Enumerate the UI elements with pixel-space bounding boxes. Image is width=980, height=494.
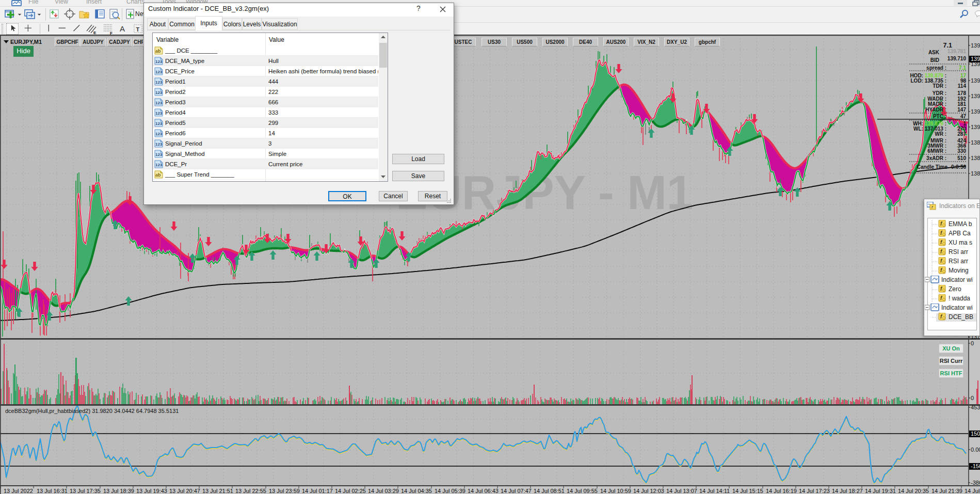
svg-text:14 Jul 12:03: 14 Jul 12:03 bbox=[633, 488, 664, 494]
svg-text:150: 150 bbox=[971, 431, 980, 437]
svg-text:14 Jul 08:51: 14 Jul 08:51 bbox=[534, 488, 565, 494]
svg-text:ab: ab bbox=[155, 49, 161, 54]
svg-text:123: 123 bbox=[155, 163, 163, 167]
svg-text:123: 123 bbox=[155, 80, 163, 85]
svg-text:123: 123 bbox=[155, 70, 163, 74]
svg-text:14 Jul 21:39: 14 Jul 21:39 bbox=[931, 488, 962, 494]
svg-text:E: E bbox=[93, 30, 97, 35]
svg-text:spread :: spread : bbox=[926, 65, 946, 71]
svg-text:ASK: ASK bbox=[928, 50, 940, 55]
svg-text:453.0: 453.0 bbox=[971, 404, 980, 410]
svg-text:MADR :: MADR : bbox=[928, 101, 946, 107]
svg-text:123: 123 bbox=[155, 142, 163, 147]
svg-text:13 Jul 18:39: 13 Jul 18:39 bbox=[103, 488, 134, 494]
svg-text:14 Jul 17:23: 14 Jul 17:23 bbox=[799, 488, 830, 494]
svg-text:WR :: WR : bbox=[935, 131, 946, 137]
svg-text:139.4: 139.4 bbox=[971, 93, 980, 99]
svg-text:0: 0 bbox=[971, 395, 974, 401]
svg-text:123: 123 bbox=[155, 59, 163, 64]
svg-text:123: 123 bbox=[155, 121, 163, 126]
svg-text:Candle Time: Candle Time bbox=[917, 164, 948, 170]
svg-text:HYADR :: HYADR : bbox=[925, 107, 946, 113]
svg-text:47: 47 bbox=[960, 114, 967, 119]
svg-text:6MWR :: 6MWR : bbox=[927, 148, 946, 154]
svg-text:14 Jul 15:15: 14 Jul 15:15 bbox=[732, 488, 763, 494]
svg-text:123: 123 bbox=[155, 132, 163, 136]
svg-text:dceBB32gm(Hull,pr_habtbiased2): dceBB32gm(Hull,pr_habtbiased2) 31.9820 3… bbox=[5, 408, 179, 414]
svg-text:139.5: 139.5 bbox=[971, 77, 980, 84]
svg-text:139.2: 139.2 bbox=[971, 108, 980, 115]
svg-text:TDR :: TDR : bbox=[933, 83, 946, 89]
svg-text:139.1: 139.1 bbox=[971, 124, 980, 130]
svg-text:13 Jul 21:51: 13 Jul 21:51 bbox=[202, 488, 233, 494]
svg-text:123: 123 bbox=[155, 90, 163, 95]
svg-text:138.9: 138.9 bbox=[971, 139, 980, 146]
svg-text:-150: -150 bbox=[971, 463, 980, 469]
svg-text:ab: ab bbox=[155, 172, 161, 178]
svg-text:YDR :: YDR : bbox=[933, 90, 946, 96]
svg-text:14 Jul 07:47: 14 Jul 07:47 bbox=[501, 488, 532, 494]
svg-text:138.8: 138.8 bbox=[971, 155, 980, 161]
svg-text:178: 178 bbox=[957, 90, 966, 96]
svg-text:0: 0 bbox=[971, 340, 974, 346]
svg-text:287: 287 bbox=[957, 131, 966, 137]
svg-text:7.1: 7.1 bbox=[959, 65, 966, 71]
svg-text:PTC :: PTC : bbox=[933, 114, 946, 119]
svg-text:14 Jul 06:43: 14 Jul 06:43 bbox=[468, 488, 499, 494]
svg-text:14 Jul 05:39: 14 Jul 05:39 bbox=[435, 488, 465, 494]
svg-text:114: 114 bbox=[958, 83, 967, 89]
svg-text:510: 510 bbox=[957, 155, 966, 161]
svg-text:0:0:56: 0:0:56 bbox=[951, 164, 966, 170]
svg-text:181: 181 bbox=[957, 101, 966, 107]
svg-text:138.7: 138.7 bbox=[971, 170, 980, 177]
svg-text:-386.4: -386.4 bbox=[971, 480, 980, 486]
svg-text:7.1: 7.1 bbox=[943, 42, 952, 49]
svg-text:13 Jul 23:59: 13 Jul 23:59 bbox=[269, 488, 300, 494]
svg-text:13 Jul 16:31: 13 Jul 16:31 bbox=[37, 488, 68, 494]
svg-text:F: F bbox=[110, 31, 113, 35]
svg-text:14 Jul 20:35: 14 Jul 20:35 bbox=[898, 488, 929, 494]
svg-text:0.00: 0.00 bbox=[971, 447, 980, 453]
svg-text:14 Jul 03:29: 14 Jul 03:29 bbox=[368, 488, 399, 494]
svg-text:139.781: 139.781 bbox=[947, 49, 967, 54]
svg-text:14 Jul 22:43: 14 Jul 22:43 bbox=[965, 488, 980, 494]
svg-text:14 Jul 19:31: 14 Jul 19:31 bbox=[865, 488, 896, 494]
svg-text:14 Jul 04:35: 14 Jul 04:35 bbox=[401, 488, 432, 494]
svg-text:330: 330 bbox=[957, 148, 966, 154]
svg-text:13 Jul 17:35: 13 Jul 17:35 bbox=[70, 488, 101, 494]
svg-text:T: T bbox=[136, 26, 140, 33]
svg-text:139.7: 139.7 bbox=[971, 56, 980, 62]
svg-text:123: 123 bbox=[155, 152, 163, 157]
svg-text:139.8: 139.8 bbox=[971, 42, 980, 49]
svg-text:13 Jul 2022: 13 Jul 2022 bbox=[4, 488, 33, 494]
svg-text:14 Jul 16:19: 14 Jul 16:19 bbox=[766, 488, 797, 494]
svg-text:13 Jul 20:47: 13 Jul 20:47 bbox=[169, 488, 200, 494]
svg-text:3xADR :: 3xADR : bbox=[926, 155, 946, 161]
svg-text:14 Jul 02:25: 14 Jul 02:25 bbox=[335, 488, 366, 494]
svg-text:147: 147 bbox=[957, 107, 966, 113]
svg-text:123: 123 bbox=[155, 111, 163, 116]
svg-text:14 Jul 09:55: 14 Jul 09:55 bbox=[567, 488, 598, 494]
svg-text:14 Jul 01:17: 14 Jul 01:17 bbox=[302, 488, 333, 494]
svg-text:14 Jul 13:07: 14 Jul 13:07 bbox=[666, 488, 697, 494]
svg-text:14 Jul 10:59: 14 Jul 10:59 bbox=[600, 488, 631, 494]
svg-text:13 Jul 22:55: 13 Jul 22:55 bbox=[235, 488, 266, 494]
svg-text:139.710: 139.710 bbox=[947, 56, 967, 61]
svg-text:BID: BID bbox=[930, 57, 939, 63]
svg-text:14 Jul 14:11: 14 Jul 14:11 bbox=[699, 488, 730, 494]
svg-text:14 Jul 18:27: 14 Jul 18:27 bbox=[832, 488, 863, 494]
svg-text:13 Jul 19:43: 13 Jul 19:43 bbox=[136, 488, 167, 494]
svg-text:123: 123 bbox=[155, 101, 163, 105]
